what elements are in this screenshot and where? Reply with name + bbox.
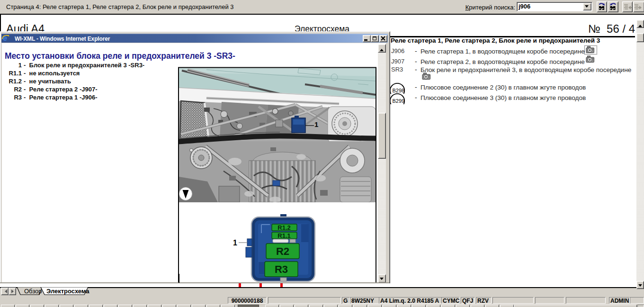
svg-text:Электросхема: Электросхема [46, 288, 89, 295]
svg-text:R1.2: R1.2 [277, 224, 290, 231]
svg-text:R3: R3 [275, 263, 288, 275]
svg-text:Обзор: Обзор [24, 288, 42, 295]
svg-text:R2: R2 [276, 245, 289, 257]
svg-text:1: 1 [314, 120, 318, 128]
svg-text:1: 1 [233, 239, 237, 247]
svg-text:B299: B299 [393, 98, 405, 104]
svg-text:R1.1: R1.1 [277, 232, 290, 239]
